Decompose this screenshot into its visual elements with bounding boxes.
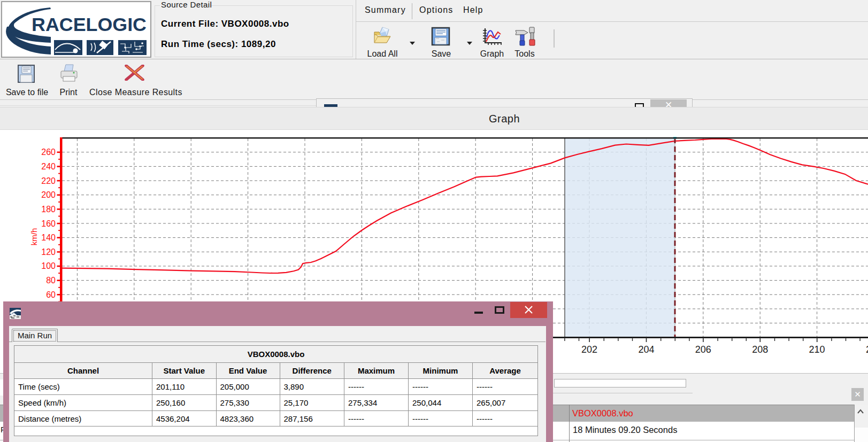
svg-text:210: 210 (809, 344, 825, 355)
svg-text:100: 100 (41, 261, 56, 270)
svg-text:180: 180 (41, 205, 56, 214)
svg-text:120: 120 (41, 247, 56, 257)
svg-text:204: 204 (638, 344, 654, 355)
svg-text:208: 208 (752, 344, 768, 355)
svg-text:206: 206 (695, 344, 711, 355)
svg-text:260: 260 (41, 148, 56, 157)
svg-text:60: 60 (46, 290, 56, 299)
svg-text:220: 220 (41, 176, 56, 185)
svg-text:140: 140 (41, 233, 56, 242)
svg-text:160: 160 (41, 219, 56, 228)
svg-text:km/h: km/h (29, 228, 39, 246)
svg-text:212: 212 (866, 344, 868, 355)
svg-text:200: 200 (41, 190, 56, 199)
svg-text:240: 240 (41, 162, 56, 171)
svg-text:80: 80 (46, 276, 56, 285)
svg-text:202: 202 (581, 344, 597, 355)
